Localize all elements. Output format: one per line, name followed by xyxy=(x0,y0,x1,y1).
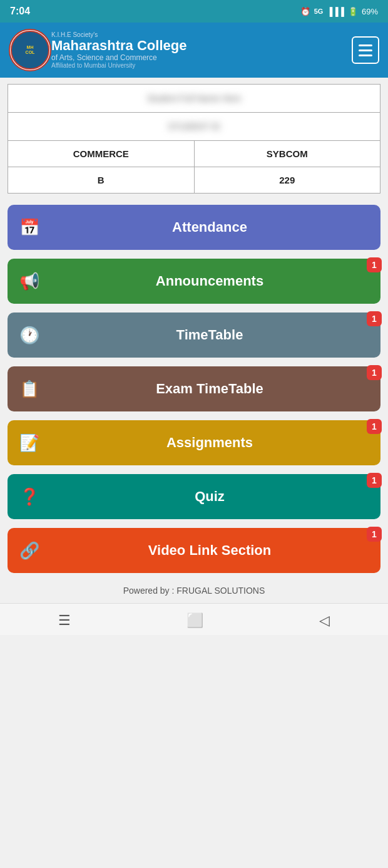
header-text: K.I.H.E Society's Maharashtra College of… xyxy=(51,31,352,69)
timetable-button[interactable]: TimeTable 1 xyxy=(8,313,380,358)
student-name: Student Full Name Here xyxy=(8,85,380,112)
quiz-label: Quiz xyxy=(50,488,369,505)
department-label: COMMERCE xyxy=(8,141,195,167)
assign-icon xyxy=(19,433,40,453)
menu-button[interactable] xyxy=(352,36,379,64)
exam-icon xyxy=(19,380,40,399)
app-header: MHCOL K.I.H.E Society's Maharashtra Coll… xyxy=(0,23,388,78)
status-bar: 7:04 ⏰ 5G ▐▐▐ 🔋 69% xyxy=(0,0,388,23)
exam-timetable-label: Exam TimeTable xyxy=(50,381,369,397)
signal-bars: ▐▐▐ xyxy=(327,7,344,16)
college-affiliated: Affiliated to Mumbai University xyxy=(51,62,352,69)
info-row-division: B 229 xyxy=(8,167,380,193)
video-link-label: Video Link Section xyxy=(50,542,369,559)
roll-number: 229 xyxy=(195,167,380,193)
assignments-label: Assignments xyxy=(50,435,369,451)
menu-buttons-container: Attendance Announcements 1 TimeTable 1 E… xyxy=(0,200,388,578)
nav-menu-icon[interactable]: ☰ xyxy=(58,612,71,629)
attendance-label: Attendance xyxy=(50,219,369,235)
info-row-dept: COMMERCE SYBCOM xyxy=(8,141,380,167)
quiz-button[interactable]: Quiz 1 xyxy=(8,474,380,519)
signal-5g: 5G xyxy=(314,8,324,15)
footer-powered: Powered by : FRUGAL SOLUTIONS xyxy=(0,578,388,603)
quiz-badge: 1 xyxy=(367,473,382,488)
menu-line-2 xyxy=(359,49,372,51)
announcements-badge: 1 xyxy=(367,257,382,272)
status-time: 7:04 xyxy=(10,6,30,17)
student-id: STUDENT ID xyxy=(8,113,380,140)
quiz-icon xyxy=(19,487,40,507)
alarm-icon: ⏰ xyxy=(300,7,310,16)
announce-icon xyxy=(19,272,40,291)
video-link-badge: 1 xyxy=(367,527,382,542)
attendance-button[interactable]: Attendance xyxy=(8,205,380,250)
division-value: B xyxy=(8,167,195,193)
link-icon xyxy=(19,541,40,561)
info-row-name: Student Full Name Here xyxy=(8,85,380,113)
battery-level: 69% xyxy=(362,7,378,16)
battery-icon: 🔋 xyxy=(348,7,358,16)
exam-timetable-button[interactable]: Exam TimeTable 1 xyxy=(8,366,380,411)
menu-line-3 xyxy=(359,54,372,56)
calendar-icon xyxy=(19,218,40,237)
college-logo: MHCOL xyxy=(9,29,51,71)
student-info-table: Student Full Name Here STUDENT ID COMMER… xyxy=(8,84,380,194)
timetable-badge: 1 xyxy=(367,311,382,326)
announcements-label: Announcements xyxy=(50,273,369,289)
college-subtitle: of Arts, Science and Commerce xyxy=(51,53,352,62)
info-row-id: STUDENT ID xyxy=(8,113,380,141)
status-icons: ⏰ 5G ▐▐▐ 🔋 69% xyxy=(300,7,378,16)
timetable-label: TimeTable xyxy=(50,327,369,343)
assignments-button[interactable]: Assignments 1 xyxy=(8,420,380,465)
nav-home-icon[interactable]: ⬜ xyxy=(186,612,203,629)
menu-line-1 xyxy=(359,44,372,46)
exam-badge: 1 xyxy=(367,365,382,380)
announcements-button[interactable]: Announcements 1 xyxy=(8,259,380,304)
android-nav-bar: ☰ ⬜ ◁ xyxy=(0,603,388,635)
college-name: Maharashtra College xyxy=(51,38,352,53)
video-link-button[interactable]: Video Link Section 1 xyxy=(8,528,380,573)
assignments-badge: 1 xyxy=(367,419,382,434)
class-label: SYBCOM xyxy=(195,141,380,167)
clock-icon xyxy=(19,326,40,345)
nav-back-icon[interactable]: ◁ xyxy=(319,612,330,629)
